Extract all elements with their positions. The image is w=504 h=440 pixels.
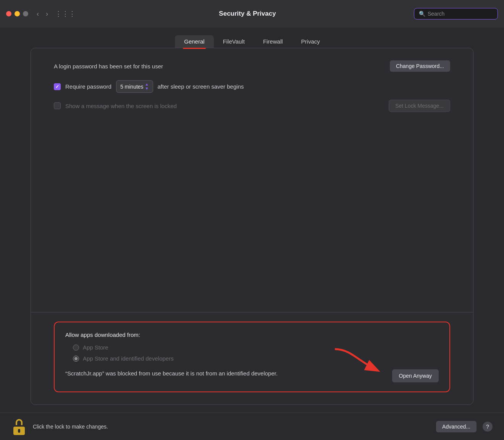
tabs-container: General FileVault Firewall Privacy bbox=[31, 35, 473, 48]
require-password-row: Require password 5 minutes ▲ ▼ after sle… bbox=[54, 80, 450, 93]
after-label: after sleep or screen saver begins bbox=[158, 83, 244, 90]
traffic-lights bbox=[6, 11, 28, 16]
forward-button[interactable]: › bbox=[44, 10, 50, 18]
allow-apps-section: Allow apps downloaded from: App Store Ap… bbox=[54, 322, 450, 392]
set-lock-message-button: Set Lock Message... bbox=[389, 100, 450, 112]
nav-arrows: ‹ › bbox=[34, 10, 50, 18]
tab-general[interactable]: General bbox=[175, 35, 213, 48]
search-box[interactable]: 🔍 bbox=[414, 8, 498, 19]
change-password-button[interactable]: Change Password... bbox=[390, 60, 450, 72]
search-icon: 🔍 bbox=[419, 11, 425, 17]
lock-icon[interactable] bbox=[11, 418, 27, 435]
bottom-bar: Click the lock to make changes. Advanced… bbox=[0, 412, 504, 440]
tab-firewall[interactable]: Firewall bbox=[254, 35, 292, 48]
app-store-developers-radio[interactable] bbox=[73, 356, 79, 362]
app-store-developers-label: App Store and identified developers bbox=[83, 355, 174, 362]
require-password-checkbox[interactable] bbox=[54, 83, 61, 90]
lock-shackle bbox=[16, 419, 23, 425]
password-row: A login password has been set for this u… bbox=[54, 60, 450, 72]
password-time-value: 5 minutes bbox=[120, 84, 144, 90]
panel-inner: A login password has been set for this u… bbox=[31, 48, 473, 404]
lock-message-checkbox[interactable] bbox=[54, 102, 61, 109]
radio-group: App Store App Store and identified devel… bbox=[65, 344, 439, 362]
window-title: Security & Privacy bbox=[81, 10, 414, 18]
dropdown-arrows-icon: ▲ ▼ bbox=[145, 82, 149, 91]
allow-apps-title: Allow apps downloaded from: bbox=[65, 332, 439, 338]
lock-message-row: Show a message when the screen is locked… bbox=[54, 100, 450, 112]
advanced-button[interactable]: Advanced... bbox=[436, 421, 477, 432]
close-button[interactable] bbox=[6, 11, 11, 16]
help-button[interactable]: ? bbox=[483, 422, 493, 432]
lock-message-label: Show a message when the screen is locked bbox=[65, 103, 384, 109]
grid-icon: ⋮⋮⋮ bbox=[55, 10, 76, 18]
app-store-label: App Store bbox=[83, 344, 108, 351]
require-password-label: Require password bbox=[65, 83, 111, 90]
password-label: A login password has been set for this u… bbox=[54, 63, 382, 70]
lock-body bbox=[13, 427, 25, 435]
blocked-row: “ScratchJr.app” was blocked from use bec… bbox=[65, 369, 439, 382]
password-time-dropdown[interactable]: 5 minutes ▲ ▼ bbox=[116, 80, 153, 93]
divider bbox=[31, 312, 473, 312]
back-button[interactable]: ‹ bbox=[34, 10, 41, 18]
tab-filevault[interactable]: FileVault bbox=[214, 35, 254, 48]
open-anyway-button[interactable]: Open Anyway bbox=[392, 369, 439, 382]
tab-privacy[interactable]: Privacy bbox=[292, 35, 329, 48]
lock-label: Click the lock to make changes. bbox=[33, 424, 430, 430]
minimize-button[interactable] bbox=[15, 11, 20, 16]
radio-item-app-store-developers: App Store and identified developers bbox=[73, 355, 439, 362]
main-content: General FileVault Firewall Privacy A log… bbox=[0, 28, 504, 412]
settings-panel: A login password has been set for this u… bbox=[31, 48, 473, 405]
lock-keyhole bbox=[18, 429, 20, 433]
search-input[interactable] bbox=[428, 11, 493, 17]
blocked-text: “ScratchJr.app” was blocked from use bec… bbox=[65, 369, 384, 378]
titlebar: ‹ › ⋮⋮⋮ Security & Privacy 🔍 bbox=[0, 0, 504, 28]
app-store-radio[interactable] bbox=[73, 345, 79, 351]
radio-item-app-store: App Store bbox=[73, 344, 439, 351]
fullscreen-button[interactable] bbox=[23, 11, 28, 16]
